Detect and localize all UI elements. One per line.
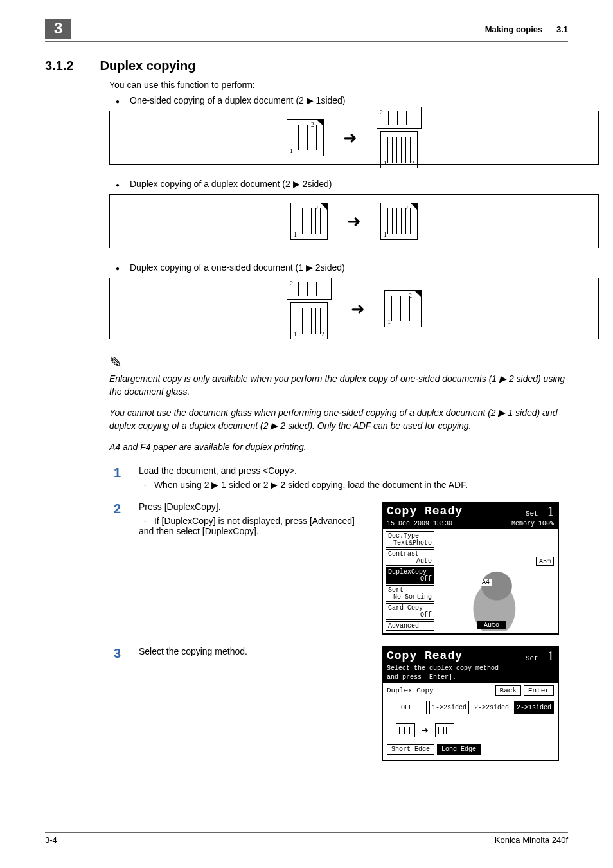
label-1: 1 xyxy=(294,330,297,338)
lcd-transform-graphic: ➔ xyxy=(383,719,558,744)
label-1: 1 xyxy=(384,231,387,238)
lcd-preview: A5❐ A4 Auto xyxy=(438,531,555,631)
label-1: 1 xyxy=(294,231,297,238)
note-3: A4 and F4 paper are available for duplex… xyxy=(109,441,568,454)
page-icon: 1 2 xyxy=(380,203,418,240)
substep-text: When using 2 ▶ 1 sided or 2 ▶ 2 sided co… xyxy=(154,480,468,490)
lcd-memory-label: Memory xyxy=(511,520,535,527)
label-2: 2 xyxy=(380,109,383,116)
label-2: 2 xyxy=(290,280,293,287)
step-1: 1 Load the document, and press <Copy>. →… xyxy=(109,466,568,490)
label-2: 2 xyxy=(409,292,412,299)
page-number: 3-4 xyxy=(45,835,57,845)
opt-long-edge[interactable]: Long Edge xyxy=(437,744,481,755)
arrow-icon: ➜ xyxy=(347,212,361,231)
lcd-sub2: and press [Enter]. xyxy=(383,674,558,683)
lcd-title: Copy Ready xyxy=(387,505,463,518)
step-3: 3 Select the copying method. Copy Ready … xyxy=(109,646,568,761)
page-icon: 1 2 xyxy=(380,131,418,168)
chip-cardcopy[interactable]: Card CopyOff xyxy=(386,603,434,620)
section-heading: 3.1.2 Duplex copying xyxy=(45,59,568,73)
chapter-title: Making copies 3.1 xyxy=(485,24,568,34)
page-icon: 2 xyxy=(287,278,332,300)
label-2: 2 xyxy=(311,121,314,128)
label-2: 2 xyxy=(405,204,408,212)
mini-page-icon xyxy=(435,723,454,737)
opt-1to2[interactable]: 1->2sided xyxy=(429,701,469,714)
lcd-duplex-select: Copy Ready Set 1 Select the duplex copy … xyxy=(382,646,559,761)
step-number: 3 xyxy=(109,646,121,661)
label-1: 1 xyxy=(384,159,387,167)
chip-doctype[interactable]: Doc.TypeText&Photo xyxy=(386,531,434,548)
note-2: You cannot use the document glass when p… xyxy=(109,407,568,432)
opt-2to1[interactable]: 2->1sided xyxy=(514,701,554,714)
opt-off[interactable]: OFF xyxy=(387,701,427,714)
step-number: 1 xyxy=(109,466,121,480)
lcd-set: Set xyxy=(526,655,538,662)
section-number: 3.1.2 xyxy=(45,59,96,73)
intro-text: You can use this function to perform: xyxy=(109,80,568,90)
lcd-count: 1 xyxy=(547,649,554,663)
step-2: 2 Press [DuplexCopy]. → If [DuplexCopy] … xyxy=(109,502,568,635)
product-name: Konica Minolta 240f xyxy=(495,835,568,845)
tag-a5: A5❐ xyxy=(536,557,554,566)
back-button[interactable]: Back xyxy=(495,685,521,696)
bullet-1: One-sided copying of a duplex document (… xyxy=(109,95,568,105)
chip-contrast[interactable]: ContrastAuto xyxy=(386,549,434,566)
chip-duplexcopy[interactable]: DuplexCopyOff xyxy=(386,567,434,584)
opt-2to2[interactable]: 2->2sided xyxy=(472,701,511,714)
diagram-2to1: 1 2 ➜ 2 1 2 xyxy=(109,111,599,165)
step-number: 2 xyxy=(109,502,121,516)
enter-button[interactable]: Enter xyxy=(524,685,554,696)
note-1: Enlargement copy is only available when … xyxy=(109,373,568,398)
bullet-3: Duplex copying of a one-sided document (… xyxy=(109,262,568,273)
substep: → If [DuplexCopy] is not displayed, pres… xyxy=(139,516,364,536)
chapter-tab: 3 xyxy=(45,19,71,39)
bullet-2: Duplex copying of a duplex document (2 ▶… xyxy=(109,179,568,189)
step-text: Select the copying method. xyxy=(139,646,364,656)
arrow-icon: ➜ xyxy=(351,299,365,319)
lcd-copy-ready: Copy Ready Set 1 15 Dec 2009 13:30 Memor… xyxy=(382,502,559,635)
arrow-icon: → xyxy=(139,516,148,526)
section-title: Duplex copying xyxy=(100,59,196,73)
chapter-title-text: Making copies xyxy=(485,24,543,34)
mini-page-icon xyxy=(396,723,415,737)
lcd-label: Duplex Copy xyxy=(387,687,434,694)
page-icon: 1 2 xyxy=(384,290,422,327)
chip-advanced[interactable]: Advanced xyxy=(386,621,434,631)
lcd-count: 1 xyxy=(547,504,554,518)
page-icon: 1 2 xyxy=(290,302,328,339)
label-2: 2 xyxy=(315,204,318,212)
chip-sort[interactable]: SortNo Sorting xyxy=(386,585,434,602)
page-header: 3 Making copies 3.1 xyxy=(45,19,568,42)
tag-auto[interactable]: Auto xyxy=(477,621,506,629)
label-2: 2 xyxy=(411,159,414,167)
label-2: 2 xyxy=(321,330,324,338)
diagram-1to2: 2 1 2 ➜ 1 2 xyxy=(109,278,599,339)
note-icon: ✎ xyxy=(109,354,122,372)
step-text: Load the document, and press <Copy>. xyxy=(139,466,568,476)
lcd-date: 15 Dec 2009 13:30 xyxy=(387,520,452,527)
substep-text: If [DuplexCopy] is not displayed, press … xyxy=(139,516,355,536)
page-icon: 1 2 xyxy=(290,203,328,240)
chapter-section: 3.1 xyxy=(556,24,568,34)
page-footer: 3-4 Konica Minolta 240f xyxy=(45,832,568,845)
substep: → When using 2 ▶ 1 sided or 2 ▶ 2 sided … xyxy=(139,480,568,490)
lcd-set: Set xyxy=(526,510,538,518)
opt-short-edge[interactable]: Short Edge xyxy=(387,744,434,755)
page-icon: 1 2 xyxy=(287,119,324,156)
label-1: 1 xyxy=(290,147,293,154)
arrow-icon: → xyxy=(139,480,148,490)
arrow-icon: ➜ xyxy=(343,128,357,148)
arrow-icon: ➔ xyxy=(422,723,429,737)
step-text: Press [DuplexCopy]. xyxy=(139,502,364,512)
diagram-2to2: 1 2 ➜ 1 2 xyxy=(109,194,599,248)
page-icon: 2 xyxy=(377,107,422,129)
label-1: 1 xyxy=(387,318,391,325)
lcd-sub1: Select the duplex copy method xyxy=(383,665,558,674)
tag-a4: A4 xyxy=(479,579,492,586)
lcd-title: Copy Ready xyxy=(387,649,463,662)
lcd-memory-pct: 100% xyxy=(538,520,554,527)
